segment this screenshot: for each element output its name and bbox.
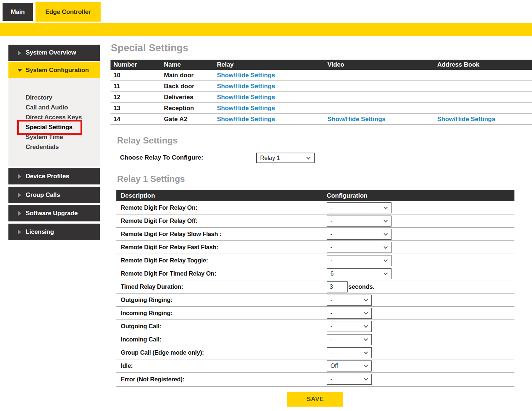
chevron-right-icon xyxy=(18,193,21,197)
relay-show-hide-link[interactable]: Show/Hide Settings xyxy=(217,94,275,101)
sidebar-item-licensing[interactable]: Licensing xyxy=(8,224,100,240)
tab-edge-controller-label: Edge Controller xyxy=(45,8,91,16)
relay-to-configure-select[interactable]: Relay 1 xyxy=(256,153,315,163)
remote-digit-relay-on-select[interactable]: - xyxy=(327,202,391,213)
sidebar-item-system-configuration[interactable]: System Configuration xyxy=(8,62,100,78)
settings-row: Remote Digit For Relay Toggle: - xyxy=(116,254,514,267)
chevron-down-icon xyxy=(383,218,387,222)
select-value: - xyxy=(330,350,332,356)
outgoing-ringing-select[interactable]: - xyxy=(327,295,372,306)
table-row: 11 Back door Show/Hide Settings xyxy=(110,81,532,92)
setting-label: Remote Digit For Relay On: xyxy=(116,204,327,211)
tab-main-label: Main xyxy=(11,8,25,16)
setting-label: Error (Not Registered): xyxy=(116,376,327,383)
chevron-down-icon xyxy=(364,363,368,367)
remote-digit-relay-off-select[interactable]: - xyxy=(327,216,391,227)
device-name: Deliveries xyxy=(164,94,217,101)
incoming-ringing-select[interactable]: - xyxy=(327,308,372,319)
setting-label: Remote Digit For Timed Relay On: xyxy=(116,270,327,277)
relay1-settings-title: Relay 1 Settings xyxy=(117,174,185,184)
settings-row: Remote Digit For Relay Off: - xyxy=(116,214,514,228)
sidebar-item-system-overview[interactable]: System Overview xyxy=(8,45,100,61)
choose-relay-label: Choose Relay To Configure: xyxy=(120,154,203,161)
idle-select[interactable]: Off xyxy=(327,360,372,371)
relay1-settings-table-header: Description Configuration xyxy=(116,190,514,201)
address-book-show-hide-link[interactable]: Show/Hide Settings xyxy=(437,116,495,123)
chevron-down-icon xyxy=(383,258,387,262)
sidebar-item-special-settings[interactable]: Special Settings xyxy=(8,122,100,132)
relay-settings-title: Relay Settings xyxy=(117,135,177,146)
remote-digit-relay-fast-flash-select[interactable]: - xyxy=(327,242,391,253)
device-number: 10 xyxy=(110,72,164,79)
settings-row: Remote Digit For Relay Fast Flash: - xyxy=(116,241,514,254)
select-value: - xyxy=(330,244,332,251)
chevron-down-icon xyxy=(364,350,368,354)
chevron-down-icon xyxy=(383,205,387,209)
select-value: 6 xyxy=(330,270,334,277)
sidebar-item-direct-access-keys[interactable]: Direct Access Keys xyxy=(8,112,100,122)
group-call-select[interactable]: - xyxy=(327,347,372,358)
chevron-right-icon xyxy=(18,230,21,234)
sidebar-item-group-calls[interactable]: Group Calls xyxy=(8,187,100,203)
save-button[interactable]: SAVE xyxy=(287,392,343,407)
remote-digit-relay-slow-flash-select[interactable]: - xyxy=(327,229,391,240)
select-value: - xyxy=(330,336,332,343)
relay-show-hide-link[interactable]: Show/Hide Settings xyxy=(217,105,275,112)
sidebar-item-system-time[interactable]: System Time xyxy=(8,132,100,142)
chevron-down-icon xyxy=(364,310,368,314)
timed-relay-duration-input[interactable] xyxy=(327,281,348,292)
setting-label: Incoming Call: xyxy=(116,336,327,343)
setting-label: Remote Digit For Relay Fast Flash: xyxy=(116,244,327,251)
tab-edge-controller[interactable]: Edge Controller xyxy=(35,2,101,22)
sidebar-item-device-profiles[interactable]: Device Profiles xyxy=(8,168,100,184)
devices-table-header: Number Name Relay Video Address Book xyxy=(110,60,532,70)
duration-unit-label: seconds. xyxy=(348,283,375,290)
sidebar-item-call-and-audio[interactable]: Call and Audio xyxy=(8,102,100,112)
chevron-right-icon xyxy=(18,51,21,55)
chevron-down-icon xyxy=(17,69,22,72)
chevron-down-icon xyxy=(383,231,387,235)
relay-show-hide-link[interactable]: Show/Hide Settings xyxy=(217,116,275,123)
chevron-down-icon xyxy=(364,337,368,341)
relay-show-hide-link[interactable]: Show/Hide Settings xyxy=(217,72,275,79)
devices-table: Number Name Relay Video Address Book 10 … xyxy=(110,60,532,125)
tab-main[interactable]: Main xyxy=(3,3,33,21)
sidebar-item-software-upgrade[interactable]: Software Upgrade xyxy=(8,205,100,221)
col-header-description: Description xyxy=(116,192,327,199)
device-number: 11 xyxy=(110,83,164,90)
system-configuration-subpanel: Directory Call and Audio Direct Access K… xyxy=(8,78,100,167)
select-value: - xyxy=(330,323,332,330)
remote-digit-relay-toggle-select[interactable]: - xyxy=(327,255,391,266)
chevron-down-icon xyxy=(306,155,310,159)
outgoing-call-select[interactable]: - xyxy=(327,321,372,332)
incoming-call-select[interactable]: - xyxy=(327,334,372,345)
device-name: Reception xyxy=(164,105,217,112)
video-show-hide-link[interactable]: Show/Hide Settings xyxy=(327,116,386,123)
table-row: 13 Reception Show/Hide Settings xyxy=(110,103,532,114)
page-title: Special Settings xyxy=(111,42,188,54)
setting-label: Idle: xyxy=(116,362,327,369)
device-number: 13 xyxy=(110,105,164,112)
chevron-down-icon xyxy=(364,297,368,301)
device-name: Main door xyxy=(164,72,217,79)
device-number: 14 xyxy=(110,116,164,123)
sidebar-item-credentials[interactable]: Credentials xyxy=(8,142,100,152)
sidebar-item-label: System Configuration xyxy=(26,67,89,74)
sidebar-item-label: Software Upgrade xyxy=(26,210,78,217)
remote-digit-timed-relay-on-select[interactable]: 6 xyxy=(327,268,391,279)
error-not-registered-select[interactable]: - xyxy=(327,374,372,385)
setting-label: Group Call (Edge mode only): xyxy=(116,349,327,356)
col-header-relay: Relay xyxy=(217,61,327,68)
select-value: - xyxy=(330,257,332,264)
select-value: - xyxy=(330,218,332,224)
sidebar-item-directory[interactable]: Directory xyxy=(8,93,100,102)
select-value: - xyxy=(330,376,332,382)
sidebar-item-label: Group Calls xyxy=(26,191,60,199)
table-row: 10 Main door Show/Hide Settings xyxy=(110,70,532,81)
setting-label: Incoming Ringing: xyxy=(116,310,327,317)
setting-label: Remote Digit For Relay Toggle: xyxy=(116,257,327,264)
settings-row: Remote Digit For Timed Relay On: 6 xyxy=(116,267,514,280)
relay-show-hide-link[interactable]: Show/Hide Settings xyxy=(217,83,275,90)
chevron-down-icon xyxy=(383,244,387,249)
sidebar-item-label: Licensing xyxy=(26,228,54,236)
